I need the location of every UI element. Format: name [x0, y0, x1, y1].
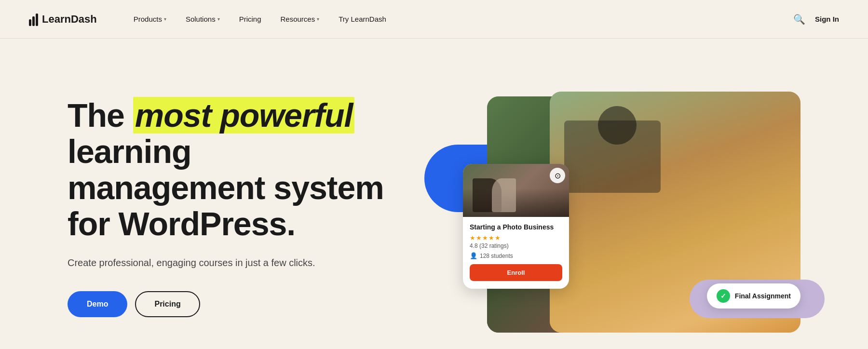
search-icon: 🔍: [793, 13, 805, 25]
heading-pre: The: [68, 97, 133, 134]
nav-label-resources: Resources: [281, 15, 315, 23]
nav-label-solutions: Solutions: [186, 15, 216, 23]
hero-section: The most powerful learning management sy…: [0, 39, 868, 349]
nav-item-resources[interactable]: Resources ▾: [273, 11, 327, 27]
nav-item-solutions[interactable]: Solutions ▾: [178, 11, 228, 27]
pricing-button[interactable]: Pricing: [135, 291, 200, 317]
demo-button[interactable]: Demo: [68, 291, 127, 317]
nav-item-try[interactable]: Try LearnDash: [331, 11, 394, 27]
card-students-row: 👤 128 students: [470, 252, 562, 259]
hero-buttons: Demo Pricing: [68, 291, 395, 317]
card-body: Starting a Photo Business ★★★★★ 4.8 (32 …: [463, 217, 569, 281]
search-button[interactable]: 🔍: [793, 13, 805, 25]
nav-links: Products ▾ Solutions ▾ Pricing Resources…: [126, 11, 793, 27]
badge-label: Final Assignment: [735, 292, 791, 300]
signin-link[interactable]: Sign In: [815, 15, 839, 23]
hero-right: ⊙ Starting a Photo Business ★★★★★ 4.8 (3…: [415, 67, 839, 347]
card-students: 128 students: [480, 253, 513, 259]
card-brand-icon: ⊙: [550, 168, 565, 183]
heading-highlight: most powerful: [133, 97, 355, 134]
card-stars: ★★★★★: [470, 234, 562, 242]
nav-label-pricing: Pricing: [239, 15, 261, 23]
brand-icon: ⊙: [555, 171, 561, 180]
logo-icon: [29, 13, 38, 26]
logo-text: LearnDash: [42, 13, 97, 26]
enroll-button[interactable]: Enroll: [470, 264, 562, 281]
nav-label-try: Try LearnDash: [339, 15, 386, 23]
card-rating: 4.8 (32 ratings): [470, 242, 562, 249]
nav-item-pricing[interactable]: Pricing: [231, 11, 269, 27]
course-card: ⊙ Starting a Photo Business ★★★★★ 4.8 (3…: [463, 164, 569, 289]
chevron-down-icon: ▾: [317, 16, 319, 22]
hero-subtext: Create professional, engaging courses in…: [68, 255, 395, 270]
check-icon: ✓: [717, 289, 730, 303]
students-icon: 👤: [470, 252, 477, 259]
heading-post: learning management system for WordPress…: [68, 133, 384, 242]
nav-item-products[interactable]: Products ▾: [126, 11, 174, 27]
nav-right: 🔍 Sign In: [793, 13, 839, 25]
hero-left: The most powerful learning management sy…: [68, 97, 395, 317]
hero-heading: The most powerful learning management sy…: [68, 97, 395, 242]
chevron-down-icon: ▾: [164, 16, 166, 22]
logo[interactable]: LearnDash: [29, 13, 97, 26]
chevron-down-icon: ▾: [217, 16, 220, 22]
card-title: Starting a Photo Business: [470, 223, 562, 231]
assignment-badge: ✓ Final Assignment: [707, 283, 800, 309]
nav-label-products: Products: [134, 15, 162, 23]
navbar: LearnDash Products ▾ Solutions ▾ Pricing…: [0, 0, 868, 39]
